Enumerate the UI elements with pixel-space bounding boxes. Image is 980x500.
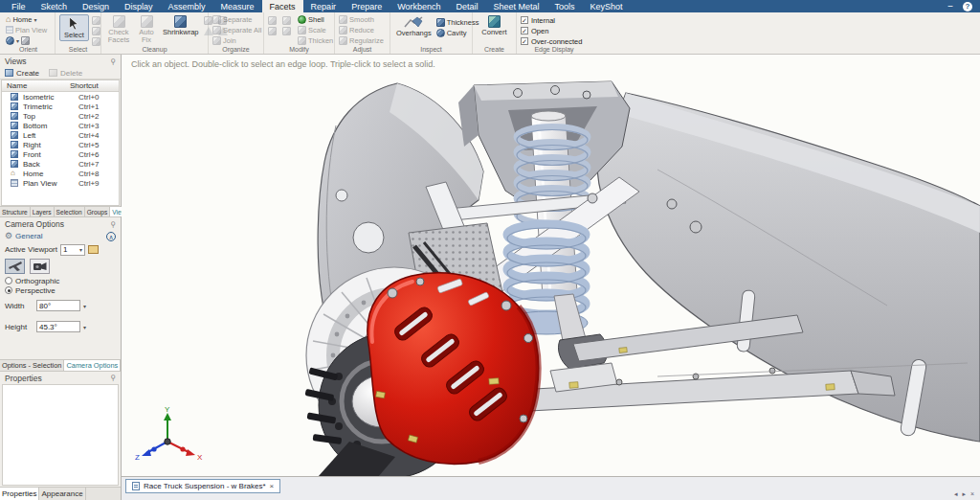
- perspective-option[interactable]: Perspective: [0, 285, 121, 295]
- viewport-layout-icon[interactable]: [88, 245, 99, 254]
- menu-tab-sketch[interactable]: Sketch: [33, 0, 76, 12]
- menu-tab-detail[interactable]: Detail: [449, 0, 486, 12]
- minimize-ribbon-icon[interactable]: −: [947, 1, 953, 11]
- left-sidebar: Views ⚲ Create Delete Name Shortcut: [0, 55, 122, 500]
- edge-open-checkbox[interactable]: ✓ Open: [521, 26, 582, 35]
- menu-tab-file[interactable]: File: [4, 0, 33, 12]
- overhangs-button[interactable]: Overhangs: [394, 14, 434, 38]
- reduce-button[interactable]: Reduce: [339, 25, 384, 34]
- viewport-3d[interactable]: Click an object. Double-click to select …: [122, 55, 980, 476]
- thicken-button[interactable]: Thicken: [298, 35, 333, 45]
- pin-icon[interactable]: ⚲: [110, 57, 116, 66]
- close-tab-icon[interactable]: ×: [270, 482, 275, 490]
- edge-internal-checkbox[interactable]: ✓ Internal: [521, 15, 582, 25]
- chevron-down-icon[interactable]: ▾: [83, 303, 86, 309]
- smooth-button[interactable]: Smooth: [339, 14, 384, 24]
- view-row-home[interactable]: ⌂ Home Ctrl+8: [2, 169, 119, 178]
- plan-view-button[interactable]: Plan View: [6, 25, 47, 34]
- view-row-front[interactable]: Front Ctrl+6: [2, 149, 119, 159]
- checkbox-checked-icon: ✓: [521, 27, 528, 34]
- menu-tab-design[interactable]: Design: [75, 0, 117, 12]
- convert-button[interactable]: Convert: [479, 14, 508, 37]
- regularize-button[interactable]: Regularize: [339, 35, 384, 45]
- camera-width-input[interactable]: 80°: [36, 300, 80, 311]
- tab-list-close-icon[interactable]: ×: [970, 490, 974, 498]
- select-lasso-icon[interactable]: [92, 37, 100, 46]
- document-tab-active[interactable]: Race Truck Suspension - w Brakes* ×: [125, 479, 280, 493]
- menu-tab-sheet-metal[interactable]: Sheet Metal: [486, 0, 547, 12]
- tab-scroll-right-icon[interactable]: ▸: [962, 490, 966, 498]
- shrinkwrap-icon: [174, 15, 187, 28]
- view-cube-icon: [11, 112, 18, 120]
- split-icon[interactable]: [282, 16, 291, 25]
- create-view-button[interactable]: Create: [5, 69, 39, 78]
- menu-tab-assembly[interactable]: Assembly: [161, 0, 213, 12]
- view-row-back[interactable]: Back Ctrl+7: [2, 159, 119, 169]
- tab-options-selection[interactable]: Options - Selection: [0, 360, 64, 371]
- view-row-trimetric[interactable]: Trimetric Ctrl+1: [2, 102, 119, 111]
- menu-tab-tools[interactable]: Tools: [547, 0, 583, 12]
- check-facets-button[interactable]: Check Facets: [105, 14, 132, 46]
- join-button[interactable]: Join: [212, 35, 261, 45]
- active-viewport-select[interactable]: 1 ▾: [60, 244, 85, 256]
- pin-icon[interactable]: ⚲: [110, 374, 116, 382]
- suspension-model[interactable]: [122, 55, 980, 476]
- view-row-top[interactable]: Top Ctrl+2: [2, 111, 119, 121]
- tab-properties[interactable]: Properties: [0, 488, 39, 500]
- shell-button[interactable]: Shell: [298, 14, 333, 24]
- view-row-left[interactable]: Left Ctrl+4: [2, 130, 119, 140]
- tab-layers[interactable]: Layers: [31, 207, 55, 216]
- collapse-section-icon[interactable]: ∧: [106, 232, 116, 241]
- tab-groups[interactable]: Groups: [85, 207, 111, 216]
- camera-height-input[interactable]: 45.3°: [36, 321, 80, 332]
- menu-tab-measure[interactable]: Measure: [213, 0, 262, 12]
- camera-height-row: Height 45.3° ▾: [0, 319, 121, 334]
- fill-icon[interactable]: [268, 27, 277, 35]
- menu-tab-keyshot[interactable]: KeyShot: [583, 0, 631, 12]
- tab-scroll-left-icon[interactable]: ◂: [954, 490, 958, 498]
- menu-tab-prepare[interactable]: Prepare: [344, 0, 390, 12]
- view-cube-icon: [11, 122, 18, 129]
- patch-icon[interactable]: [282, 27, 291, 35]
- camera-fly-button[interactable]: [5, 259, 25, 274]
- home-view-button[interactable]: ⌂ Home ▾: [6, 14, 47, 24]
- orthographic-option[interactable]: Orthographic: [0, 276, 121, 285]
- spin-tools-button[interactable]: ▾: [6, 35, 47, 45]
- tab-structure[interactable]: Structure: [0, 207, 31, 216]
- view-row-plan-view[interactable]: Plan View Ctrl+9: [2, 178, 119, 188]
- view-row-isometric[interactable]: Isometric Ctrl+0: [2, 92, 119, 102]
- tab-selection[interactable]: Selection: [55, 207, 85, 216]
- auto-fix-button[interactable]: Auto Fix: [135, 14, 158, 46]
- gear-icon: ⚙: [5, 232, 12, 240]
- menu-tab-display[interactable]: Display: [117, 0, 161, 12]
- menu-tab-facets[interactable]: Facets: [262, 0, 303, 12]
- pin-icon[interactable]: ⚲: [110, 220, 116, 229]
- merge-icon[interactable]: [268, 16, 277, 25]
- view-row-bottom[interactable]: Bottom Ctrl+3: [2, 121, 119, 130]
- camera-video-button[interactable]: [30, 259, 50, 274]
- axis-triad: Y X Z: [135, 405, 204, 461]
- camera-general-section[interactable]: ⚙ General ∧: [0, 230, 121, 242]
- tab-appearance[interactable]: Appearance: [39, 488, 85, 500]
- chevron-down-icon[interactable]: ▾: [83, 324, 86, 330]
- menu-tab-workbench[interactable]: Workbench: [390, 0, 448, 12]
- menu-tab-repair[interactable]: Repair: [303, 0, 345, 12]
- help-icon[interactable]: ?: [963, 2, 972, 11]
- views-toolbar: Create Delete: [0, 67, 121, 80]
- separate-all-button[interactable]: Separate All: [212, 25, 261, 34]
- ribbon-group-modify: Shell Scale Thicken Modify: [264, 12, 335, 54]
- document-icon: [132, 482, 140, 490]
- separate-button[interactable]: Separate: [212, 14, 261, 24]
- shrinkwrap-button[interactable]: Shrinkwrap: [161, 14, 201, 37]
- regularize-icon: [339, 36, 347, 45]
- select-filter-icon[interactable]: [92, 16, 100, 25]
- edge-over-connected-checkbox[interactable]: ✓ Over-connected: [521, 36, 582, 46]
- views-table-header: Name Shortcut: [2, 80, 119, 92]
- tab-camera-options[interactable]: Camera Options: [64, 360, 121, 371]
- scale-button[interactable]: Scale: [298, 25, 333, 34]
- view-row-right[interactable]: Right Ctrl+5: [2, 140, 119, 149]
- select-button[interactable]: Select: [59, 14, 89, 41]
- select-box-icon[interactable]: [92, 27, 100, 35]
- model-brake-caliper[interactable]: [368, 273, 539, 465]
- delete-view-button[interactable]: Delete: [49, 69, 82, 78]
